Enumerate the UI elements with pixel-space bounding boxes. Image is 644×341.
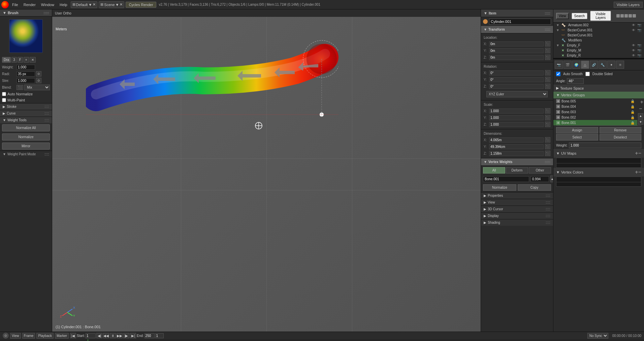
- viewport-canvas[interactable]: Meters: [52, 17, 481, 332]
- vg-lock-bone004[interactable]: 🔒: [631, 105, 635, 108]
- visible-layers-btn[interactable]: Visible Layers: [614, 2, 643, 8]
- dim-z-copy[interactable]: ⬛: [545, 151, 550, 156]
- file-menu[interactable]: File: [10, 2, 20, 7]
- empty-r-camera[interactable]: 📷: [637, 54, 641, 57]
- vertex-groups-header[interactable]: ▼ Vertex Groups: [553, 92, 644, 98]
- dim-x-input[interactable]: 4.065m: [489, 137, 544, 143]
- assign-btn[interactable]: Assign: [556, 127, 598, 133]
- shading-section-header[interactable]: ▶ Shading :::::: [481, 219, 553, 226]
- vg-up-arrow[interactable]: ▲: [638, 113, 643, 119]
- vg-bone005[interactable]: ⊞ Bone.005 🔒: [553, 98, 637, 104]
- weight-tools-header[interactable]: ▼ Weight Tools :::::: [0, 117, 52, 123]
- uv-maps-header[interactable]: ▼ UV Maps + −: [553, 149, 644, 158]
- rot-y-copy[interactable]: ⬛: [545, 77, 550, 82]
- physics-tab-icon[interactable]: ⚛: [616, 61, 624, 69]
- no-sync-select[interactable]: No Sync: [587, 333, 608, 339]
- visible-layers-tab[interactable]: Visible Layers: [590, 11, 611, 21]
- engine-btn[interactable]: Cycles Render: [126, 2, 156, 8]
- outliner-item-empty-r[interactable]: ✕ Empty_R 👁 📷: [553, 53, 644, 58]
- loc-z-copy[interactable]: ⬛: [545, 55, 550, 60]
- vg-remove-btn[interactable]: −: [638, 106, 643, 112]
- rot-x-input[interactable]: 0°: [489, 70, 544, 75]
- bezier-eye[interactable]: 👁: [632, 28, 635, 32]
- rot-y-input[interactable]: 0°: [489, 77, 544, 82]
- empty-m-camera[interactable]: 📷: [637, 49, 641, 52]
- vw-tab-all[interactable]: All: [483, 167, 505, 174]
- scale-y-input[interactable]: 1.000: [489, 115, 544, 120]
- vw-tab-other[interactable]: Other: [529, 167, 551, 174]
- empty-f-eye[interactable]: 👁: [632, 43, 635, 47]
- loc-x-input[interactable]: 0m: [489, 41, 544, 46]
- empty-f-camera[interactable]: 📷: [637, 43, 641, 47]
- render-tab-icon[interactable]: 📷: [555, 61, 563, 69]
- loc-x-copy[interactable]: ⬛: [545, 41, 550, 46]
- vw-normalize-btn[interactable]: Normalize: [483, 184, 516, 191]
- texture-space-header[interactable]: ▶ Texture Space: [553, 85, 644, 92]
- rot-z-copy[interactable]: ⬛: [545, 84, 550, 89]
- vc-remove-btn[interactable]: −: [638, 169, 641, 175]
- next-key-btn[interactable]: |▶: [123, 333, 129, 338]
- deselect-btn[interactable]: Deselect: [600, 134, 642, 141]
- go-start-btn[interactable]: |◀: [70, 333, 76, 338]
- scale-z-copy[interactable]: ⬛: [545, 122, 550, 127]
- empty-r-eye[interactable]: 👁: [632, 54, 635, 57]
- armature-eye[interactable]: 👁: [632, 23, 635, 27]
- euler-select[interactable]: XYZ Euler: [486, 91, 548, 97]
- vg-lock-bone001[interactable]: 🔒: [631, 121, 635, 125]
- f-btn[interactable]: F: [18, 57, 23, 63]
- armature-camera[interactable]: 📷: [637, 23, 641, 27]
- weight-input[interactable]: [17, 65, 35, 70]
- rot-x-copy[interactable]: ⬛: [545, 70, 550, 75]
- play-btn-fwd[interactable]: ▶▶: [117, 333, 123, 338]
- end-input[interactable]: [144, 333, 155, 338]
- tl-marker-btn[interactable]: Marker: [55, 333, 69, 339]
- vg-down-arrow[interactable]: ▼: [638, 119, 643, 125]
- pause-btn[interactable]: ⏸: [110, 333, 116, 338]
- scale-z-input[interactable]: 1.000: [489, 122, 544, 127]
- vg-add-btn[interactable]: +: [640, 99, 643, 105]
- constraints-tab-icon[interactable]: 🔗: [590, 61, 598, 69]
- dim-z-input[interactable]: 1.158m: [489, 151, 544, 156]
- auto-normalize-checkbox[interactable]: [2, 92, 6, 96]
- select-btn[interactable]: Select: [556, 134, 598, 141]
- scale-y-copy[interactable]: ⬛: [545, 115, 550, 120]
- num3-btn[interactable]: 3: [11, 57, 17, 63]
- tl-playback-btn[interactable]: Playback: [36, 333, 54, 339]
- vertex-colors-header[interactable]: ▼ Vertex Colors + −: [553, 168, 644, 177]
- double-sided-checkbox[interactable]: [585, 72, 590, 76]
- outliner-item-empty-m[interactable]: ✕ Empty_M 👁 📷: [553, 48, 644, 53]
- tl-view-btn[interactable]: View: [10, 333, 21, 339]
- radi-input[interactable]: [17, 71, 35, 76]
- view-tab[interactable]: View: [556, 13, 569, 19]
- plus-btn[interactable]: +: [24, 57, 29, 63]
- bezier-camera[interactable]: 📷: [637, 28, 641, 32]
- vw-weight-input[interactable]: 0.994: [530, 176, 549, 182]
- vw-up-btn[interactable]: ▲: [550, 176, 553, 182]
- normalize-all-btn[interactable]: Normalize All: [2, 124, 50, 131]
- vg-bone003[interactable]: ⊞ Bone.003 🔒: [553, 109, 637, 115]
- dim-y-copy[interactable]: ⬛: [545, 144, 550, 149]
- timeline-track[interactable]: -40-200204060801001201401601802002202402…: [0, 339, 644, 341]
- auto-smooth-checkbox[interactable]: [556, 72, 560, 76]
- world-tab-icon[interactable]: 🌍: [572, 61, 580, 69]
- draw-btn[interactable]: Dra: [2, 57, 11, 63]
- outliner-item-armature[interactable]: ▼ 🦴 Armature.002 👁 📷: [553, 23, 644, 28]
- vg-lock-bone005[interactable]: 🔒: [631, 99, 635, 103]
- timeline-logo[interactable]: ⊙: [3, 333, 9, 339]
- scale-x-copy[interactable]: ⬛: [545, 108, 550, 114]
- vg-bone002[interactable]: ⊞ Bone.002 🔒: [553, 115, 637, 120]
- loc-z-input[interactable]: 0m: [489, 55, 544, 60]
- play-back-btn[interactable]: ◀◀: [103, 333, 109, 338]
- uv-add-btn[interactable]: +: [635, 150, 638, 156]
- cursor-section-header[interactable]: ▶ 3D Cursor :::::: [481, 206, 553, 212]
- help-menu[interactable]: Help: [58, 2, 69, 7]
- rot-z-input[interactable]: 0°: [489, 84, 544, 89]
- blend-select[interactable]: Mix Add Subtract: [24, 85, 50, 90]
- object-tab-icon[interactable]: △: [581, 61, 589, 69]
- view-section-header[interactable]: ▶ View :::::: [481, 199, 553, 206]
- weight-value-input[interactable]: 1.000: [569, 143, 641, 148]
- window-menu[interactable]: Window: [39, 2, 56, 7]
- stre-icon-btn[interactable]: ⊙: [36, 78, 41, 83]
- angle-input[interactable]: [567, 78, 584, 84]
- uv-remove-btn[interactable]: −: [638, 150, 641, 156]
